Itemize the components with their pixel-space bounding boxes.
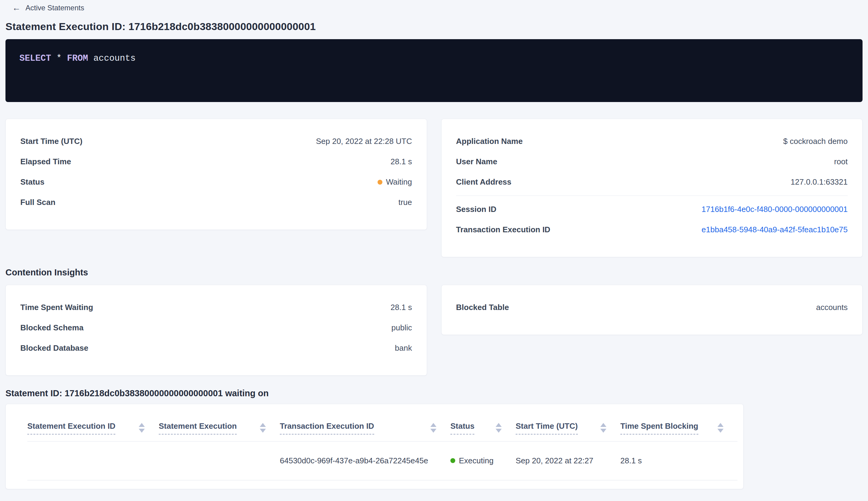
blocked-schema-value: public: [391, 323, 412, 332]
column-header-statement-execution[interactable]: Statement Execution: [159, 404, 280, 441]
status-badge: Waiting: [378, 177, 412, 187]
back-link-label: Active Statements: [25, 4, 84, 12]
transaction-execution-id-link[interactable]: e1bba458-5948-40a9-a42f-5feac1b10e75: [702, 225, 848, 234]
application-name-label: Application Name: [456, 137, 523, 146]
contention-insights-title: Contention Insights: [6, 267, 862, 278]
back-arrow-icon: ←: [12, 4, 21, 12]
start-time-value: Sep 20, 2022 at 22:28 UTC: [316, 137, 412, 146]
sort-icon[interactable]: [717, 423, 724, 433]
session-card-divider: [456, 195, 848, 196]
client-address-label: Client Address: [456, 177, 512, 187]
detail-row-blocked-schema: Blocked Schema public: [20, 318, 412, 338]
table-header-row: Statement Execution ID Statement Executi…: [27, 404, 738, 441]
detail-row-transaction-execution-id: Transaction Execution ID e1bba458-5948-4…: [456, 220, 848, 240]
detail-row-session-id: Session ID 1716b1f6-4e0c-f480-0000-00000…: [456, 199, 848, 220]
overview-cards-row: Start Time (UTC) Sep 20, 2022 at 22:28 U…: [6, 119, 862, 257]
start-time-label: Start Time (UTC): [20, 137, 83, 146]
back-to-active-statements-link[interactable]: ← Active Statements: [12, 4, 84, 12]
status-waiting-dot-icon: [378, 180, 382, 185]
blocked-table-value: accounts: [816, 303, 848, 312]
blocked-database-value: bank: [395, 343, 412, 353]
client-address-value: 127.0.0.1:63321: [791, 177, 848, 187]
blocked-table-label: Blocked Table: [456, 303, 509, 312]
sql-statement-box: SELECT * FROM accounts: [6, 39, 862, 102]
elapsed-time-value: 28.1 s: [391, 157, 412, 167]
executing-status-value: Executing: [459, 456, 493, 466]
column-header-time-spent-blocking[interactable]: Time Spent Blocking: [620, 404, 738, 441]
column-header-transaction-execution-id[interactable]: Transaction Execution ID: [280, 404, 451, 441]
detail-row-start-time: Start Time (UTC) Sep 20, 2022 at 22:28 U…: [20, 131, 412, 151]
session-id-label: Session ID: [456, 205, 497, 214]
user-name-label: User Name: [456, 157, 497, 167]
cell-statement-execution-id: [27, 441, 159, 480]
page-title: Statement Execution ID: 1716b218dc0b3838…: [6, 21, 862, 32]
user-name-value: root: [834, 157, 848, 167]
transaction-execution-id-label: Transaction Execution ID: [456, 225, 551, 234]
status-executing-dot-icon: [451, 458, 455, 463]
cell-status: Executing: [451, 441, 516, 480]
sort-icon[interactable]: [139, 423, 145, 433]
blocked-table-card: Blocked Table accounts: [441, 285, 863, 335]
sql-table-name: accounts: [94, 53, 135, 63]
column-header-statement-execution-id[interactable]: Statement Execution ID: [27, 404, 159, 441]
sql-star: *: [56, 53, 62, 63]
detail-row-elapsed-time: Elapsed Time 28.1 s: [20, 151, 412, 172]
sort-icon[interactable]: [600, 423, 606, 433]
sort-icon[interactable]: [430, 423, 436, 433]
column-label: Statement Execution ID: [27, 422, 115, 435]
detail-row-blocked-table: Blocked Table accounts: [456, 297, 848, 318]
blocked-database-label: Blocked Database: [20, 343, 88, 353]
column-label: Status: [451, 422, 474, 435]
sql-keyword: SELECT: [19, 53, 51, 63]
column-label: Time Spent Blocking: [620, 422, 698, 435]
session-id-link[interactable]: 1716b1f6-4e0c-f480-0000-000000000001: [702, 205, 848, 214]
time-spent-waiting-value: 28.1 s: [391, 303, 412, 312]
detail-row-status: Status Waiting: [20, 172, 412, 192]
detail-row-client-address: Client Address 127.0.0.1:63321: [456, 172, 848, 192]
waiting-on-table-card: Statement Execution ID Statement Executi…: [6, 404, 744, 489]
column-header-start-time[interactable]: Start Time (UTC): [516, 404, 620, 441]
cell-statement-execution: [159, 441, 280, 480]
sort-icon[interactable]: [260, 423, 266, 433]
cell-time-spent-blocking: 28.1 s: [620, 441, 738, 480]
cell-start-time: Sep 20, 2022 at 22:27: [516, 441, 620, 480]
full-scan-label: Full Scan: [20, 198, 56, 207]
sql-keyword: FROM: [67, 53, 88, 63]
waiting-on-section-title: Statement ID: 1716b218dc0b38380000000000…: [6, 388, 862, 398]
detail-row-user-name: User Name root: [456, 151, 848, 172]
contention-cards-row: Time Spent Waiting 28.1 s Blocked Schema…: [6, 285, 862, 376]
application-name-value: $ cockroach demo: [783, 137, 848, 146]
blocked-schema-label: Blocked Schema: [20, 323, 84, 332]
column-label: Transaction Execution ID: [280, 422, 374, 435]
statement-details-page: ← Active Statements Statement Execution …: [0, 0, 868, 489]
column-header-status[interactable]: Status: [451, 404, 516, 441]
elapsed-time-label: Elapsed Time: [20, 157, 71, 167]
waiting-on-table: Statement Execution ID Statement Executi…: [27, 404, 738, 480]
detail-row-application-name: Application Name $ cockroach demo: [456, 131, 848, 151]
table-row: 64530d0c-969f-437e-a9b4-26a72245e45e Exe…: [27, 441, 738, 480]
session-details-card: Application Name $ cockroach demo User N…: [441, 119, 863, 257]
detail-row-time-spent-waiting: Time Spent Waiting 28.1 s: [20, 297, 412, 318]
full-scan-value: true: [399, 198, 412, 207]
execution-details-card: Start Time (UTC) Sep 20, 2022 at 22:28 U…: [6, 119, 427, 230]
time-spent-waiting-label: Time Spent Waiting: [20, 303, 93, 312]
detail-row-full-scan: Full Scan true: [20, 192, 412, 213]
column-label: Statement Execution: [159, 422, 237, 435]
status-value: Waiting: [386, 177, 412, 187]
detail-row-blocked-database: Blocked Database bank: [20, 338, 412, 358]
status-label: Status: [20, 177, 44, 187]
cell-transaction-execution-id: 64530d0c-969f-437e-a9b4-26a72245e45e: [280, 441, 451, 480]
contention-waiting-card: Time Spent Waiting 28.1 s Blocked Schema…: [6, 285, 427, 376]
column-label: Start Time (UTC): [516, 422, 578, 435]
sort-icon[interactable]: [496, 423, 502, 433]
